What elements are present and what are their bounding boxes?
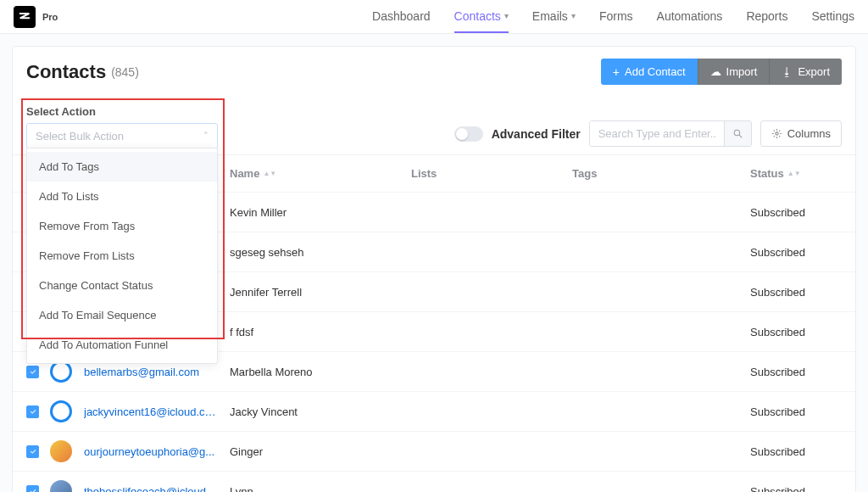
columns-button[interactable]: Columns: [760, 120, 842, 147]
avatar: [50, 480, 72, 492]
contact-name: Jennifer Terrell: [230, 286, 411, 299]
dropdown-item-add-to-lists[interactable]: Add To Lists: [27, 182, 217, 211]
dropdown-item-add-to-tags[interactable]: Add To Tags: [27, 152, 217, 182]
gear-icon: [771, 128, 782, 139]
cloud-upload-icon: ☁: [710, 65, 721, 78]
contact-status: Subscribed: [750, 485, 842, 493]
app-logo[interactable]: [14, 6, 36, 28]
contact-email-link[interactable]: jackyvincent16@icloud.com: [84, 405, 220, 418]
page-title: Contacts: [26, 61, 106, 83]
contact-name: f fdsf: [230, 326, 411, 338]
button-label: Columns: [787, 127, 831, 140]
nav-label: Settings: [811, 9, 854, 23]
button-label: Import: [726, 65, 758, 78]
contact-email-link[interactable]: ourjourneytoeuphoria@g...: [84, 445, 220, 458]
nav-label: Reports: [746, 9, 787, 23]
contact-email-link[interactable]: thebosslifecoach@icloud....: [84, 485, 220, 493]
dropdown-item-remove-from-tags[interactable]: Remove From Tags: [27, 211, 217, 241]
contact-name: Lynn: [230, 485, 411, 493]
dropdown-item-add-to-email-sequence[interactable]: Add To Email Sequence: [27, 300, 217, 330]
svg-line-1: [739, 135, 742, 137]
dropdown-item-add-to-automation-funnel[interactable]: Add To Automation Funnel: [27, 330, 217, 360]
contact-status: Subscribed: [750, 246, 842, 259]
button-label: Add Contact: [625, 65, 686, 78]
chevron-down-icon: ▾: [571, 11, 576, 20]
nav-forms[interactable]: Forms: [599, 0, 633, 33]
contact-email-link[interactable]: bellemarbs@gmail.com: [84, 366, 220, 378]
download-icon: ⭳: [782, 65, 793, 78]
bulk-action-label: Select Action: [26, 105, 218, 118]
search-button[interactable]: [724, 121, 751, 146]
contact-status: Subscribed: [750, 326, 842, 338]
contact-status: Subscribed: [750, 405, 842, 418]
page-count: (845): [111, 65, 139, 79]
contact-status: Subscribed: [750, 286, 842, 299]
nav-emails[interactable]: Emails▾: [532, 0, 576, 33]
advanced-filter-label: Advanced Filter: [492, 127, 581, 141]
bulk-action-select[interactable]: Select Bulk Action ˄: [26, 123, 218, 149]
dropdown-item-change-status[interactable]: Change Contact Status: [27, 271, 217, 300]
row-checkbox[interactable]: [26, 445, 39, 458]
column-header-name[interactable]: Name▲▼: [230, 167, 411, 180]
column-header-status[interactable]: Status▲▼: [750, 167, 842, 180]
contact-name: sgeseg sehseh: [230, 246, 411, 259]
import-button[interactable]: ☁Import: [698, 59, 770, 85]
chevron-down-icon: ▾: [504, 11, 509, 20]
svg-point-2: [776, 132, 778, 135]
nav-contacts[interactable]: Contacts▾: [454, 0, 509, 33]
nav-dashboard[interactable]: Dashboard: [372, 0, 431, 33]
dropdown-item-remove-from-lists[interactable]: Remove From Lists: [27, 241, 217, 271]
search-input[interactable]: [590, 121, 724, 146]
contact-name: Jacky Vincent: [230, 405, 411, 418]
export-button[interactable]: ⭳Export: [769, 59, 842, 85]
plan-badge: Pro: [42, 12, 58, 22]
nav-label: Contacts: [454, 9, 501, 23]
table-row: jackyvincent16@icloud.comJacky VincentSu…: [13, 391, 855, 431]
nav-label: Automations: [657, 9, 723, 23]
button-label: Export: [798, 65, 830, 78]
plus-icon: +: [613, 66, 620, 78]
row-checkbox[interactable]: [26, 405, 39, 418]
table-row: ourjourneytoeuphoria@g...GingerSubscribe…: [13, 431, 855, 471]
nav-automations[interactable]: Automations: [657, 0, 723, 33]
contact-status: Subscribed: [750, 366, 842, 378]
add-contact-button[interactable]: +Add Contact: [601, 59, 698, 85]
header-label: Status: [750, 167, 784, 180]
avatar: [50, 400, 72, 422]
nav-label: Dashboard: [372, 9, 431, 23]
contact-name: Marbella Moreno: [230, 366, 411, 378]
row-checkbox[interactable]: [26, 366, 39, 378]
contact-name: Ginger: [230, 445, 411, 458]
contact-status: Subscribed: [750, 206, 842, 219]
nav-reports[interactable]: Reports: [746, 0, 787, 33]
nav-settings[interactable]: Settings: [811, 0, 854, 33]
column-header-lists[interactable]: Lists: [411, 167, 572, 180]
contact-name: Kevin Miller: [230, 206, 411, 219]
advanced-filter-toggle[interactable]: [454, 126, 483, 142]
contact-status: Subscribed: [750, 445, 842, 458]
svg-point-0: [734, 130, 740, 136]
select-placeholder: Select Bulk Action: [36, 130, 124, 143]
nav-label: Emails: [532, 9, 568, 23]
column-header-tags[interactable]: Tags: [572, 167, 750, 180]
avatar: [50, 440, 72, 462]
bulk-action-dropdown: Add To Tags Add To Lists Remove From Tag…: [26, 148, 218, 364]
row-checkbox[interactable]: [26, 485, 39, 493]
chevron-up-icon: ˄: [203, 131, 209, 142]
table-row: thebosslifecoach@icloud....LynnSubscribe…: [13, 471, 855, 492]
nav-label: Forms: [599, 9, 633, 23]
header-label: Name: [230, 167, 259, 180]
search-icon: [732, 128, 743, 139]
